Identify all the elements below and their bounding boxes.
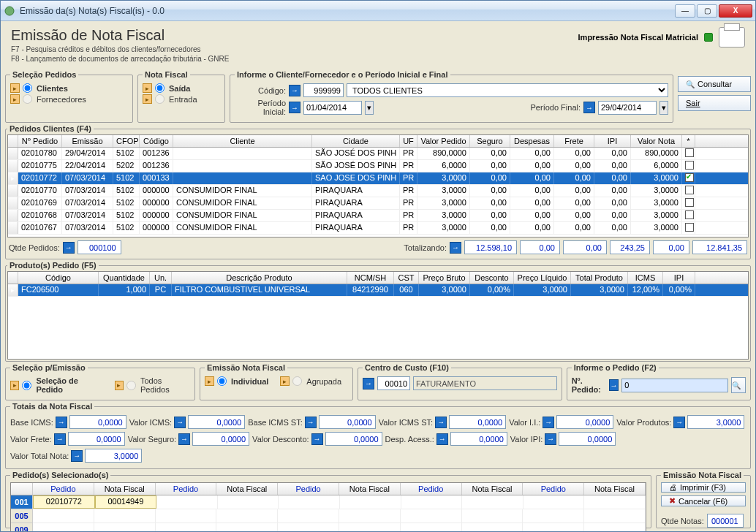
qtde-notas: 000001 — [707, 514, 744, 528]
qtde-pedidos: 000100 — [78, 240, 121, 254]
cliente-select[interactable]: TODOS CLIENTES — [347, 83, 668, 97]
radio-fornecedores — [23, 94, 32, 104]
pedido-input[interactable] — [621, 379, 728, 392]
table-row[interactable]: 02010780 29/04/2014 5102 001236 SÃO JOSÉ… — [8, 148, 748, 160]
date-dropdown-icon[interactable]: ▾ — [659, 101, 668, 115]
pedidos-selecionados-group: Pedido(s) Selecionado(s) Pedido Nota Fis… — [5, 471, 651, 528]
search-icon — [732, 381, 741, 390]
radio-selecao-pedido[interactable] — [22, 381, 31, 390]
radio-agrupada — [292, 376, 302, 386]
total-icon: → — [450, 242, 461, 254]
selecao-pedidos-group: Seleção Pedidos ▸Clientes ▸Fornecedores — [5, 70, 133, 123]
table-row[interactable]: 02010767 07/03/2014 5102 000000 CONSUMID… — [8, 222, 748, 235]
print-icon — [669, 483, 677, 492]
pedidos-clientes-group: Pedidos Clientes (F4) Nº Pedido Emissão … — [5, 124, 751, 259]
hint-arrow-icon: ▸ — [205, 376, 214, 386]
centro-custo-group: Centro de Custo (F10) → — [358, 363, 562, 400]
emissao-nf-group: Emissão Nota Fiscal ▸Individual ▸Agrupad… — [200, 363, 353, 400]
pedido-icon[interactable]: → — [609, 379, 619, 391]
radio-saida[interactable] — [155, 83, 165, 93]
qtde-icon: → — [63, 242, 75, 254]
titlebar[interactable]: Emissão da(s) Nota(s) Fiscal(is) - 0.0 —… — [1, 1, 755, 21]
periodo-final-icon[interactable]: → — [583, 102, 595, 113]
maximize-button[interactable]: ▢ — [697, 4, 717, 18]
radio-individual[interactable] — [217, 376, 227, 386]
sg-idx-005[interactable]: 005 — [11, 509, 32, 523]
matricial-indicator-icon — [704, 33, 713, 42]
close-button[interactable]: X — [719, 4, 752, 18]
search-icon — [686, 80, 695, 88]
hint-arrow-icon: ▸ — [143, 83, 152, 93]
sg-idx-009[interactable]: 009 — [11, 523, 32, 531]
radio-entrada — [155, 94, 165, 104]
window-controls: — ▢ X — [675, 4, 752, 18]
cc-icon[interactable]: → — [363, 378, 374, 390]
hint-arrow-icon: ▸ — [10, 381, 19, 390]
hint-arrow-icon: ▸ — [143, 94, 152, 104]
sg-idx-001[interactable]: 001 — [11, 495, 32, 509]
hint-arrow-icon: ▸ — [115, 381, 124, 390]
informe-pedido-group: Informe o Pedido (F2) Nº. Pedido: → — [567, 363, 751, 400]
hint-arrow-icon: ▸ — [10, 94, 20, 104]
totais-nf-group: Totais da Nota Fiscal Base ICMS:→0,0000 … — [5, 402, 751, 469]
main-window: Emissão da(s) Nota(s) Fiscal(is) - 0.0 —… — [0, 0, 756, 532]
selecao-emissao-group: Seleção p/Emissão ▸Seleção de Pedido ▸To… — [5, 363, 195, 400]
window-title: Emissão da(s) Nota(s) Fiscal(is) - 0.0 — [20, 6, 675, 16]
periodo-inicial-icon[interactable]: → — [289, 102, 300, 113]
cancel-icon — [669, 496, 676, 506]
page-title: Emissão de Nota Fiscal — [11, 27, 572, 44]
table-row[interactable]: 02010769 07/03/2014 5102 000000 CONSUMID… — [8, 197, 748, 210]
produtos-group: Produto(s) Pedido (F5) Código Quantidade… — [5, 261, 751, 362]
content: Emissão de Nota Fiscal F7 - Pesquisa cré… — [1, 21, 755, 531]
imprimir-button[interactable]: Imprimir (F3) — [661, 482, 746, 493]
cc-codigo-input[interactable] — [377, 376, 410, 390]
radio-clientes[interactable] — [23, 83, 32, 93]
table-row[interactable]: 02010768 07/03/2014 5102 000000 CONSUMID… — [8, 210, 748, 222]
header: Emissão de Nota Fiscal F7 - Pesquisa cré… — [5, 24, 751, 69]
pedido-search-button[interactable] — [731, 377, 746, 393]
date-dropdown-icon[interactable]: ▾ — [365, 101, 374, 115]
hint-f8: F8 - Lançamento de documentos de arrecad… — [11, 55, 572, 63]
printer-icon[interactable] — [719, 27, 745, 48]
periodo-group: Informe o Cliente/Fornecedor e o Período… — [230, 70, 673, 123]
radio-todos-pedidos — [126, 381, 136, 390]
periodo-final-input[interactable] — [598, 101, 657, 115]
codigo-lookup-icon[interactable]: → — [289, 85, 300, 96]
periodo-inicial-input[interactable] — [303, 101, 362, 115]
sair-button[interactable]: Sair — [678, 95, 751, 111]
app-icon — [4, 5, 15, 17]
cancelar-button[interactable]: Cancelar (F6) — [661, 495, 746, 506]
produtos-grid[interactable]: Código Quantidade Un. Descrição Produto … — [7, 271, 749, 360]
table-row[interactable]: ▸ 02010772 07/03/2014 5102 000133 SAO JO… — [8, 172, 748, 185]
hint-arrow-icon: ▸ — [280, 376, 290, 386]
hint-arrow-icon: ▸ — [10, 83, 20, 93]
cc-desc — [413, 376, 557, 390]
pedidos-grid[interactable]: Nº Pedido Emissão CFOP Código Cliente Ci… — [7, 134, 749, 238]
emissao-box: Emissão Nota Fiscal Imprimir (F3) Cancel… — [656, 471, 751, 528]
table-row[interactable]: ▸ FC206500 1,000 PC FILTRO COMBUSTIVEL U… — [8, 284, 748, 297]
consultar-button[interactable]: Consultar — [678, 76, 751, 92]
codigo-input[interactable] — [303, 83, 344, 97]
hint-f7: F7 - Pesquisa créditos e débitos dos cli… — [11, 45, 572, 53]
impress-label: Impressão Nota Fiscal Matricial — [578, 33, 698, 42]
header-right: Impressão Nota Fiscal Matricial — [578, 27, 745, 48]
table-row[interactable]: 02010775 22/04/2014 5202 001236 SÃO JOSÉ… — [8, 160, 748, 172]
minimize-button[interactable]: — — [675, 4, 695, 18]
svg-point-0 — [5, 7, 14, 15]
table-row[interactable]: 02010770 07/03/2014 5102 000000 CONSUMID… — [8, 185, 748, 197]
selected-grid[interactable]: Pedido Nota Fiscal Pedido Nota Fiscal Pe… — [10, 482, 646, 531]
nota-fiscal-tipo-group: Nota Fiscal ▸Saída ▸Entrada — [137, 70, 225, 123]
